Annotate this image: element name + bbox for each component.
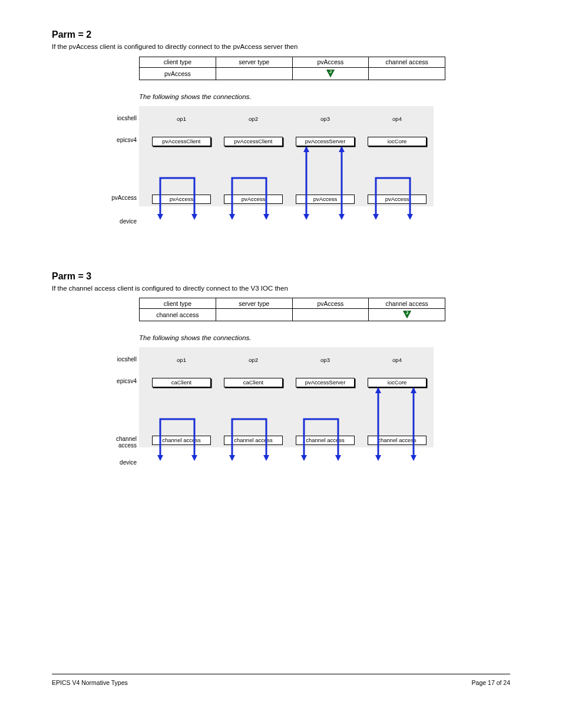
ep-box: iocCore <box>368 137 427 146</box>
svg-marker-21 <box>335 455 341 461</box>
check-marker-icon: J <box>326 69 335 78</box>
svg-marker-12 <box>373 214 379 220</box>
parm-header: pvAccess <box>292 57 369 67</box>
parm-header: client type <box>140 298 216 309</box>
parm-cell <box>292 309 369 321</box>
section: Parm = 2If the pvAccess client is config… <box>52 29 510 232</box>
row-label-pv: pvAccess <box>101 195 137 201</box>
footer-right: Page 17 of 24 <box>472 679 510 686</box>
ep-box: pvAccessServer <box>296 137 355 146</box>
svg-marker-20 <box>301 455 307 461</box>
parm-cell: pvAccess <box>140 67 216 80</box>
parm-header: channel access <box>369 57 445 67</box>
parm-header: server type <box>216 298 292 309</box>
parm-header: client type <box>140 57 216 67</box>
os-caption: op4 <box>368 116 427 122</box>
parm-table: client typeserver typepvAccesschannel ac… <box>139 57 445 80</box>
pv-box: pvAccess <box>224 195 283 204</box>
parm-header: channel access <box>369 298 445 309</box>
sections-container: Parm = 2If the pvAccess client is config… <box>52 29 510 473</box>
svg-marker-18 <box>229 455 235 461</box>
pv-box: pvAccess <box>296 195 355 204</box>
parm-cell <box>216 67 292 80</box>
row-label-os: iocshell <box>101 115 137 121</box>
footer: EPICS V4 Normative Types Page 17 of 24 <box>52 679 510 686</box>
row-label-os: iocshell <box>101 356 137 363</box>
section: Parm = 3If the channel access client is … <box>52 271 510 474</box>
figure-caption: The following shows the connections. <box>139 93 451 100</box>
parm-cell-marker: J <box>292 67 369 80</box>
pv-box: channel access <box>368 436 427 445</box>
figure-canvas: iocshellepicsv4pvAccessdeviceop1op2op3op… <box>139 103 445 232</box>
os-caption: op1 <box>152 357 211 363</box>
figure-area: The following shows the connections.iocs… <box>139 93 451 232</box>
row-label-ep: epicsv4 <box>101 378 137 384</box>
svg-marker-24 <box>375 455 381 461</box>
check-marker-icon: J <box>402 310 412 319</box>
section-subtext: If the pvAccess client is configured to … <box>52 42 510 52</box>
svg-marker-5 <box>263 214 269 220</box>
svg-marker-4 <box>229 214 235 220</box>
figure-canvas: iocshellepicsv4channel accessdeviceop1op… <box>139 344 445 473</box>
os-caption: op4 <box>368 357 427 363</box>
section-subtext: If the channel access client is configur… <box>52 284 510 294</box>
parm-cell-marker: J <box>369 309 445 321</box>
svg-marker-25 <box>411 455 416 461</box>
parm-cell <box>369 67 445 80</box>
row-label-pv: channel access <box>101 436 137 449</box>
svg-marker-9 <box>339 214 345 220</box>
figure-caption: The following shows the connections. <box>139 334 451 341</box>
ep-box: caClient <box>152 378 211 387</box>
ep-box: iocCore <box>368 378 427 387</box>
svg-marker-3 <box>191 214 197 220</box>
os-caption: op2 <box>224 357 283 363</box>
os-caption: op3 <box>296 357 355 363</box>
ep-box: pvAccessClient <box>152 137 211 146</box>
svg-marker-8 <box>303 214 309 220</box>
row-label-ep: epicsv4 <box>101 137 137 143</box>
svg-marker-17 <box>191 455 197 461</box>
ep-box: pvAccessClient <box>224 137 283 146</box>
pv-box: channel access <box>224 436 283 445</box>
svg-text:J: J <box>329 69 332 74</box>
svg-text:J: J <box>406 310 408 315</box>
section-heading: Parm = 3 <box>52 271 510 282</box>
footer-left: EPICS V4 Normative Types <box>52 679 128 686</box>
parm-header: pvAccess <box>292 298 369 309</box>
pv-box: channel access <box>296 436 355 445</box>
parm-header: server type <box>216 57 292 67</box>
figure-area: The following shows the connections.iocs… <box>139 334 451 473</box>
pv-box: pvAccess <box>368 195 427 204</box>
parm-table: client typeserver typepvAccesschannel ac… <box>139 298 445 321</box>
ep-box: caClient <box>224 378 283 387</box>
row-label-dev: device <box>101 459 137 466</box>
os-caption: op1 <box>152 116 211 122</box>
section-heading: Parm = 2 <box>52 29 510 40</box>
pv-box: pvAccess <box>152 195 211 204</box>
pv-box: channel access <box>152 436 211 445</box>
parm-cell: channel access <box>140 309 216 321</box>
footer-rule <box>52 674 510 674</box>
svg-marker-19 <box>263 455 269 461</box>
page: Parm = 2If the pvAccess client is config… <box>0 0 562 707</box>
ep-box: pvAccessServer <box>296 378 355 387</box>
row-label-dev: device <box>101 218 137 225</box>
svg-marker-2 <box>157 214 163 220</box>
os-caption: op3 <box>296 116 355 122</box>
svg-marker-13 <box>407 214 413 220</box>
os-caption: op2 <box>224 116 283 122</box>
parm-cell <box>216 309 292 321</box>
svg-marker-16 <box>157 455 163 461</box>
